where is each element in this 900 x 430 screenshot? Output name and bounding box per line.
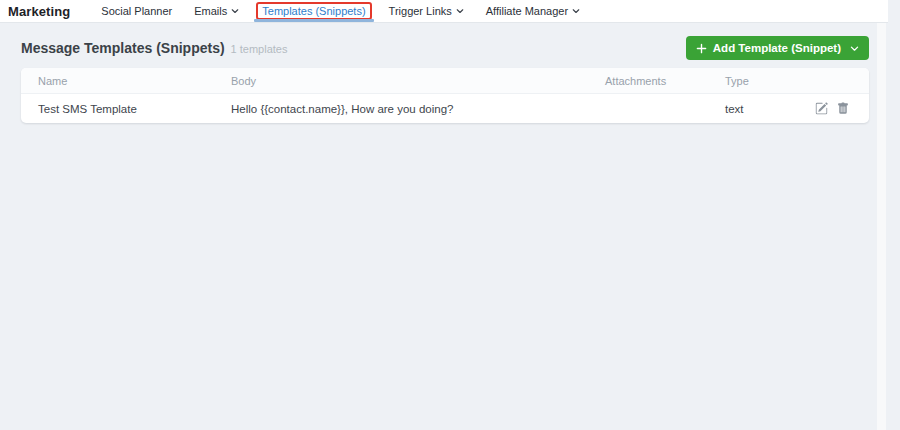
nav-item-affiliate-manager[interactable]: Affiliate Manager — [475, 0, 591, 22]
row-actions — [815, 102, 861, 115]
annotation-highlight-box: Templates (Snippets) — [256, 2, 371, 20]
brand-title: Marketing — [8, 4, 70, 19]
plus-icon — [696, 43, 707, 54]
chevron-down-icon — [231, 7, 239, 15]
trash-icon[interactable] — [837, 102, 849, 115]
add-template-button-label: Add Template (Snippet) — [713, 42, 841, 54]
chevron-down-icon — [572, 7, 580, 15]
template-type-cell: text — [725, 103, 815, 115]
template-body-cell: Hello {{contact.name}}, How are you doin… — [231, 103, 605, 115]
page-header-row: Message Templates (Snippets)1 templates … — [21, 35, 869, 61]
nav-menu: Social Planner Emails Templates (Snippet… — [90, 0, 591, 22]
page-title: Message Templates (Snippets)1 templates — [21, 40, 287, 56]
add-template-button[interactable]: Add Template (Snippet) — [686, 36, 869, 60]
main-content: Message Templates (Snippets)1 templates … — [0, 23, 900, 430]
nav-item-templates-snippets[interactable]: Templates (Snippets) — [250, 0, 377, 22]
top-nav-bar: Marketing Social Planner Emails Template… — [0, 0, 888, 23]
nav-item-social-planner[interactable]: Social Planner — [90, 0, 183, 22]
column-header-type: Type — [725, 75, 815, 87]
chevron-down-icon — [850, 44, 859, 53]
templates-table-card: Name Body Attachments Type Test SMS Temp… — [21, 68, 869, 123]
vertical-scrollbar[interactable] — [877, 23, 886, 430]
column-header-body: Body — [231, 75, 605, 87]
nav-item-emails[interactable]: Emails — [183, 0, 250, 22]
nav-item-label: Templates (Snippets) — [262, 5, 365, 17]
templates-count: 1 templates — [231, 43, 288, 55]
nav-item-label: Affiliate Manager — [486, 5, 568, 17]
chevron-down-icon — [456, 7, 464, 15]
nav-item-label: Trigger Links — [389, 5, 452, 17]
nav-item-label: Social Planner — [101, 5, 172, 17]
column-header-name: Name — [38, 75, 231, 87]
edit-icon[interactable] — [815, 102, 828, 115]
template-name-cell: Test SMS Template — [38, 103, 231, 115]
column-header-attachments: Attachments — [605, 75, 725, 87]
nav-item-label: Emails — [194, 5, 227, 17]
nav-item-trigger-links[interactable]: Trigger Links — [378, 0, 475, 22]
table-row[interactable]: Test SMS Template Hello {{contact.name}}… — [21, 94, 869, 123]
table-header-row: Name Body Attachments Type — [21, 68, 869, 94]
